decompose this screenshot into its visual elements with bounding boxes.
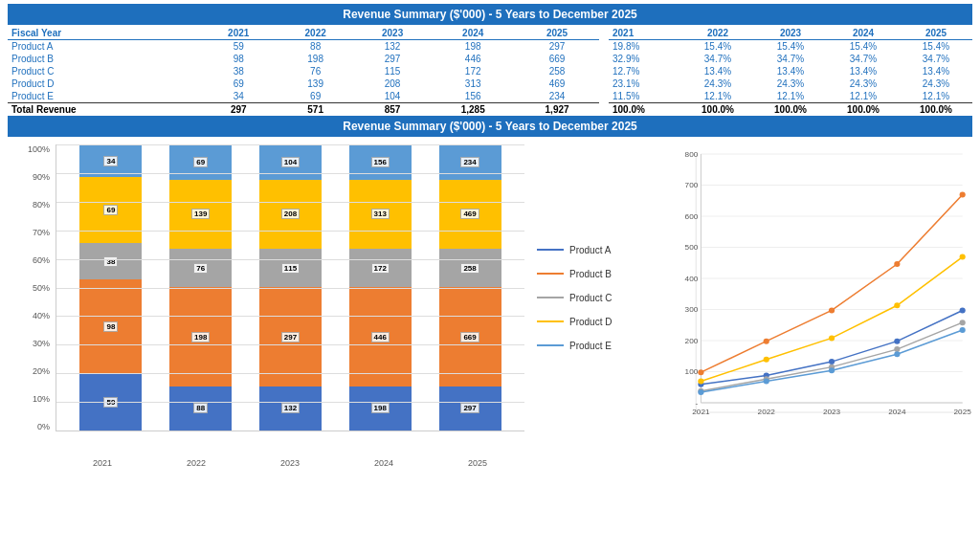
bar-segment: 156 [349, 144, 412, 179]
legend-line [537, 273, 564, 275]
top-section: Revenue Summary ($'000) - 5 Years to Dec… [0, 0, 980, 116]
table-row: 19.8%15.4%15.4%15.4%15.4% [609, 40, 972, 54]
bar-segment: 198 [169, 287, 232, 386]
svg-text:2023: 2023 [823, 408, 841, 416]
svg-text:-: - [696, 399, 699, 408]
table-row: Product E3469104156234 [8, 90, 599, 103]
svg-point-33 [764, 339, 769, 344]
svg-point-47 [698, 389, 703, 395]
line-series [701, 322, 962, 391]
legend-line [537, 344, 564, 346]
bar-segment: 469 [439, 180, 501, 250]
table-row: 23.1%24.3%24.3%24.3%24.3% [609, 77, 972, 90]
col-header-2021: 2021 [200, 27, 277, 40]
bar-segment: 69 [79, 177, 142, 243]
legend-item: Product C [537, 293, 652, 303]
legend-line [537, 297, 564, 298]
svg-point-44 [829, 335, 835, 341]
bar-segment: 297 [439, 386, 501, 431]
svg-point-43 [764, 357, 769, 363]
y-axis-labels: 0% 10% 20% 30% 40% 50% 60% 70% 80% 90% 1… [8, 144, 54, 431]
svg-point-32 [698, 369, 703, 375]
svg-text:500: 500 [685, 244, 699, 253]
bar-chart-area: 0% 10% 20% 30% 40% 50% 60% 70% 80% 90% 1… [8, 144, 524, 451]
svg-point-31 [960, 307, 966, 313]
bar-segment: 446 [349, 287, 412, 386]
bar-segment: 258 [439, 249, 501, 287]
bar-segment: 76 [169, 249, 232, 287]
svg-point-49 [829, 367, 835, 373]
bar-segment: 139 [169, 180, 232, 250]
bar-segment: 132 [259, 386, 322, 431]
bar-segment: 38 [79, 243, 142, 279]
table-row: Total Revenue2975718571,2851,927 [8, 103, 599, 117]
legend-line [537, 320, 564, 322]
main-container: Revenue Summary ($'000) - 5 Years to Dec… [0, 0, 980, 552]
line-series [701, 310, 962, 384]
svg-point-41 [960, 320, 966, 325]
table-row: Product C3876115172258 [8, 65, 599, 77]
top-title: Revenue Summary ($'000) - 5 Years to Dec… [8, 4, 972, 25]
legend-item: Product A [537, 245, 652, 255]
legend-item: Product D [537, 317, 652, 327]
table-row: Product A5988132198297 [8, 40, 599, 54]
col-header-fiscal: Fiscal Year [8, 27, 200, 40]
svg-text:700: 700 [685, 182, 699, 190]
line-series [701, 195, 962, 373]
right-charts: Product AProduct BProduct CProduct DProd… [532, 144, 972, 451]
svg-text:200: 200 [685, 337, 699, 345]
bar-segment: 104 [259, 144, 322, 179]
table-row: 32.9%34.7%34.7%34.7%34.7% [609, 53, 972, 65]
legend-item: Product B [537, 269, 652, 279]
bar-segment: 98 [79, 279, 142, 373]
svg-text:2022: 2022 [758, 408, 776, 416]
svg-point-45 [894, 302, 900, 308]
col-header-2024: 2024 [431, 27, 515, 40]
svg-text:2024: 2024 [888, 408, 906, 416]
bar-segment: 313 [349, 180, 412, 250]
bar-segment: 172 [349, 249, 412, 287]
col-header-2023: 2023 [354, 27, 431, 40]
pct-col-2023: 2023 [754, 27, 827, 40]
svg-point-42 [698, 379, 703, 385]
pct-col-2022: 2022 [681, 27, 754, 40]
legend-line [537, 249, 564, 251]
table-row: 100.0%100.0%100.0%100.0%100.0% [609, 103, 972, 117]
col-header-2022: 2022 [277, 27, 353, 40]
svg-text:2025: 2025 [954, 408, 972, 416]
svg-point-29 [829, 359, 835, 364]
legend-item: Product E [537, 341, 652, 351]
bottom-title: Revenue Summary ($'000) - 5 Years to Dec… [8, 116, 972, 137]
bar-segment: 208 [259, 180, 322, 250]
svg-text:100: 100 [685, 368, 699, 377]
table-row: Product B98198297446669 [8, 53, 599, 65]
bar-segment: 88 [169, 386, 232, 431]
bar-chart-inner: 5998386934881987613969132297115208104198… [56, 144, 524, 431]
svg-point-36 [960, 192, 966, 198]
svg-text:400: 400 [685, 275, 699, 283]
bar-segment: 669 [439, 287, 501, 386]
svg-point-30 [894, 339, 900, 344]
table-row: 12.7%13.4%13.4%13.4%13.4% [609, 65, 972, 77]
col-header-2025: 2025 [515, 27, 599, 40]
svg-point-48 [764, 379, 769, 385]
pct-col-2021: 2021 [609, 27, 681, 40]
svg-point-46 [960, 254, 966, 260]
line-chart-container: -100200300400500600700800202120222023202… [657, 144, 972, 451]
bar-segment: 198 [349, 386, 412, 431]
bottom-section: 0% 10% 20% 30% 40% 50% 60% 70% 80% 90% 1… [0, 141, 980, 454]
svg-point-50 [894, 351, 900, 357]
bar-segment: 69 [169, 144, 232, 179]
svg-text:2021: 2021 [692, 408, 710, 416]
bar-segment: 234 [439, 144, 501, 179]
table-row: Product D69139208313469 [8, 77, 599, 90]
bar-segment: 115 [259, 249, 322, 287]
bar-segment: 297 [259, 287, 322, 386]
svg-point-51 [960, 327, 966, 333]
svg-point-34 [829, 307, 835, 313]
svg-text:800: 800 [685, 150, 699, 159]
svg-text:300: 300 [685, 306, 699, 315]
svg-point-35 [894, 261, 900, 267]
table-row: 11.5%12.1%12.1%12.1%12.1% [609, 90, 972, 103]
pct-col-2025: 2025 [900, 27, 972, 40]
